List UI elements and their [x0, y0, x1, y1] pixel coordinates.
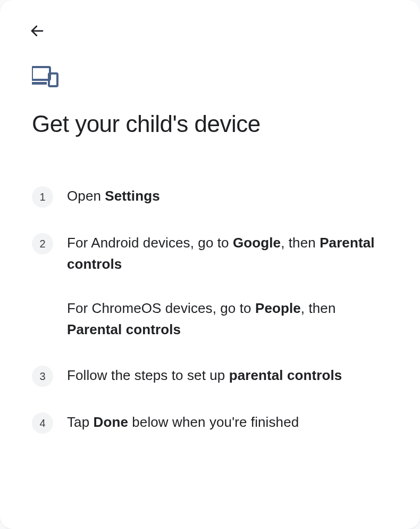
text: , then [281, 235, 320, 251]
step-2-android: For Android devices, go to Google, then … [67, 232, 388, 275]
page-title: Get your child's device [32, 111, 388, 137]
step-4: 4 Tap Done below when you're finished [32, 411, 388, 434]
svg-rect-1 [32, 67, 50, 80]
devices-icon [32, 66, 388, 89]
back-arrow-icon [29, 23, 45, 39]
text: For Android devices, go to [67, 235, 233, 251]
text-bold: Google [233, 235, 281, 251]
step-number: 3 [32, 366, 53, 387]
text-bold: People [255, 300, 301, 316]
step-text: Open Settings [67, 185, 160, 206]
text-bold: Parental controls [67, 321, 181, 337]
step-text: Follow the steps to set up parental cont… [67, 365, 342, 386]
text-bold: parental controls [229, 367, 342, 383]
step-number: 4 [32, 412, 53, 434]
back-button[interactable] [27, 20, 48, 42]
step-3: 3 Follow the steps to set up parental co… [32, 365, 388, 387]
text: Follow the steps to set up [67, 367, 229, 383]
steps-list: 1 Open Settings 2 For Android devices, g… [32, 185, 388, 434]
step-text: Tap Done below when you're finished [67, 411, 299, 433]
text-bold: Done [94, 414, 128, 430]
text: below when you're finished [128, 414, 299, 430]
step-1: 1 Open Settings [32, 185, 388, 208]
step-text-bold: Settings [105, 188, 159, 204]
step-text-pre: Open [67, 188, 105, 204]
text: , then [301, 300, 336, 316]
text: Tap [67, 414, 94, 430]
step-number: 1 [32, 186, 53, 208]
step-2-chromeos: For ChromeOS devices, go to People, then… [67, 297, 388, 341]
step-2: 2 For Android devices, go to Google, the… [32, 232, 388, 340]
step-number: 2 [32, 233, 53, 254]
svg-rect-2 [32, 82, 47, 85]
step-text: For Android devices, go to Google, then … [67, 232, 388, 340]
setup-card: Get your child's device 1 Open Settings … [0, 0, 420, 529]
text: For ChromeOS devices, go to [67, 300, 255, 316]
